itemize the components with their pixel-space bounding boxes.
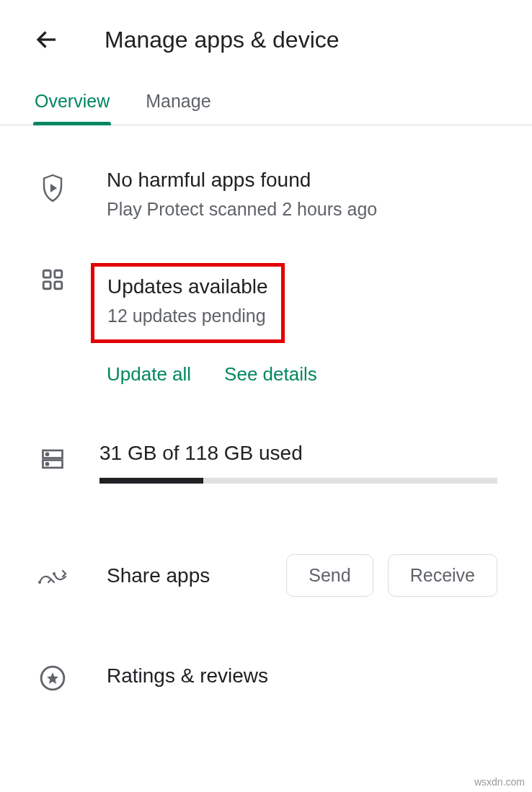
updates-highlight: Updates available 12 updates pending bbox=[91, 263, 285, 343]
svg-rect-3 bbox=[55, 270, 62, 277]
updates-title: Updates available bbox=[107, 275, 268, 298]
see-details-button[interactable]: See details bbox=[224, 363, 317, 386]
receive-button[interactable]: Receive bbox=[388, 554, 497, 597]
svg-rect-5 bbox=[55, 282, 62, 289]
section-storage[interactable]: 31 GB of 118 GB used bbox=[0, 406, 532, 504]
back-button[interactable] bbox=[29, 22, 65, 58]
updates-subtitle: 12 updates pending bbox=[107, 306, 268, 326]
svg-point-8 bbox=[46, 453, 48, 455]
svg-rect-4 bbox=[43, 282, 50, 289]
section-share: Share apps Send Receive bbox=[0, 504, 532, 617]
storage-progress-fill bbox=[99, 478, 203, 484]
tab-overview[interactable]: Overview bbox=[35, 79, 110, 125]
storage-icon bbox=[40, 446, 66, 472]
shield-play-icon bbox=[39, 173, 66, 203]
storage-text: 31 GB of 118 GB used bbox=[99, 442, 497, 465]
share-icon bbox=[38, 568, 67, 588]
page-title: Manage apps & device bbox=[105, 27, 340, 53]
tabs: Overview Manage bbox=[0, 79, 532, 125]
tab-manage[interactable]: Manage bbox=[146, 79, 210, 125]
share-title: Share apps bbox=[107, 564, 210, 587]
svg-rect-2 bbox=[43, 270, 50, 277]
arrow-left-icon bbox=[34, 27, 60, 53]
svg-point-9 bbox=[46, 463, 48, 465]
watermark: wsxdn.com bbox=[474, 776, 525, 788]
svg-marker-1 bbox=[50, 184, 57, 192]
send-button[interactable]: Send bbox=[286, 554, 373, 597]
star-circle-icon bbox=[39, 664, 66, 692]
section-ratings[interactable]: Ratings & reviews bbox=[0, 617, 532, 712]
svg-point-10 bbox=[38, 581, 41, 584]
protect-title: No harmful apps found bbox=[107, 169, 497, 192]
svg-marker-13 bbox=[47, 672, 58, 684]
svg-point-11 bbox=[53, 572, 56, 575]
section-play-protect[interactable]: No harmful apps found Play Protect scann… bbox=[0, 125, 532, 240]
apps-grid-icon bbox=[40, 267, 65, 292]
update-all-button[interactable]: Update all bbox=[107, 363, 191, 386]
section-updates: Updates available 12 updates pending Upd… bbox=[0, 240, 532, 406]
storage-progress bbox=[99, 478, 497, 484]
protect-subtitle: Play Protect scanned 2 hours ago bbox=[107, 199, 497, 220]
ratings-title: Ratings & reviews bbox=[107, 664, 268, 688]
